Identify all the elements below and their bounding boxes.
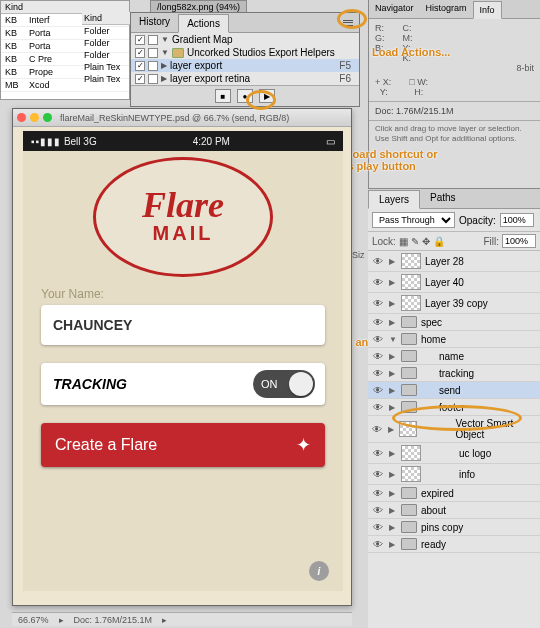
actions-panel: History Actions ✓▼Gradient Map✓▼Uncorked…: [130, 12, 360, 107]
visibility-icon[interactable]: 👁: [371, 317, 385, 328]
layer-row[interactable]: 👁▶send: [368, 382, 540, 399]
hint-text: Click and drag to move layer or selectio…: [369, 120, 540, 146]
action-item[interactable]: ✓▶layer export retinaF6: [131, 72, 359, 85]
dialog-icon[interactable]: [148, 35, 158, 45]
layer-thumb-icon: [401, 445, 421, 461]
layer-row[interactable]: 👁▶tracking: [368, 365, 540, 382]
folder-icon: [401, 367, 417, 379]
annotation-circle-layer: [392, 405, 522, 431]
name-field[interactable]: [41, 305, 325, 345]
stop-button[interactable]: ■: [215, 89, 231, 103]
folder-icon: [401, 333, 417, 345]
dialog-icon[interactable]: [148, 74, 158, 84]
folder-icon: [401, 504, 417, 516]
dialog-icon[interactable]: [148, 61, 158, 71]
your-name-label: Your Name:: [41, 287, 325, 301]
tracking-toggle[interactable]: ON: [253, 370, 315, 398]
visibility-icon[interactable]: 👁: [371, 505, 385, 516]
layer-row[interactable]: 👁▶about: [368, 502, 540, 519]
window-titlebar[interactable]: flareMail_ReSkinNEWTYPE.psd @ 66.7% (sen…: [13, 109, 351, 127]
lock-transparent-icon[interactable]: ▦: [399, 236, 408, 247]
annotation-load: Load Actions...: [372, 46, 450, 58]
layer-name: Layer 40: [425, 277, 464, 288]
app-logo: Flare MAIL: [93, 157, 273, 277]
layer-name: tracking: [421, 368, 474, 379]
minimize-icon[interactable]: [30, 113, 39, 122]
lock-pixels-icon[interactable]: ✎: [411, 236, 419, 247]
tab-layers[interactable]: Layers: [368, 190, 420, 209]
visibility-icon[interactable]: 👁: [371, 368, 385, 379]
info-button[interactable]: i: [309, 561, 329, 581]
annotation-circle-menu: [337, 9, 367, 29]
doc-status-bar: 66.67% ▸ Doc: 1.76M/215.1M ▸: [12, 612, 352, 626]
checkbox-icon[interactable]: ✓: [135, 61, 145, 71]
layer-thumb-icon: [401, 466, 421, 482]
visibility-icon[interactable]: 👁: [371, 448, 385, 459]
folder-icon: [401, 384, 417, 396]
layer-row[interactable]: 👁▶Layer 40: [368, 272, 540, 293]
layer-row[interactable]: 👁▼home: [368, 331, 540, 348]
zoom-icon[interactable]: [43, 113, 52, 122]
blend-mode-select[interactable]: Pass Through: [372, 212, 455, 228]
layer-name: home: [421, 334, 446, 345]
checkbox-icon[interactable]: ✓: [135, 74, 145, 84]
tab-navigator[interactable]: Navigator: [369, 0, 420, 18]
checkbox-icon[interactable]: ✓: [135, 48, 145, 58]
layer-row[interactable]: 👁▶expired: [368, 485, 540, 502]
visibility-icon[interactable]: 👁: [371, 424, 384, 435]
action-item[interactable]: ✓▼Uncorked Studios Export Helpers: [131, 46, 359, 59]
tracking-label: TRACKING: [53, 376, 127, 392]
visibility-icon[interactable]: 👁: [371, 402, 385, 413]
opacity-input[interactable]: [500, 213, 534, 227]
tab-history[interactable]: History: [131, 13, 178, 32]
visibility-icon[interactable]: 👁: [371, 522, 385, 533]
layer-row[interactable]: 👁▶Layer 28: [368, 251, 540, 272]
folder-icon: [401, 487, 417, 499]
lock-all-icon[interactable]: 🔒: [433, 236, 445, 247]
tab-actions[interactable]: Actions: [178, 14, 229, 33]
create-flare-button[interactable]: Create a Flare ✦: [41, 423, 325, 467]
layer-row[interactable]: 👁▶name: [368, 348, 540, 365]
lock-position-icon[interactable]: ✥: [422, 236, 430, 247]
layer-row[interactable]: 👁▶Layer 39 copy: [368, 293, 540, 314]
layer-row[interactable]: 👁▶ready: [368, 536, 540, 553]
close-icon[interactable]: [17, 113, 26, 122]
folder-icon: [401, 521, 417, 533]
tab-paths[interactable]: Paths: [420, 189, 466, 208]
tab-histogram[interactable]: Histogram: [420, 0, 473, 18]
layer-row[interactable]: 👁▶uc logo: [368, 443, 540, 464]
visibility-icon[interactable]: 👁: [371, 385, 385, 396]
layer-name: Layer 39 copy: [425, 298, 488, 309]
layer-row[interactable]: 👁▶info: [368, 464, 540, 485]
visibility-icon[interactable]: 👁: [371, 277, 385, 288]
folder-icon: [172, 48, 184, 58]
layer-name: uc logo: [425, 448, 491, 459]
layer-row[interactable]: 👁▶spec: [368, 314, 540, 331]
folder-icon: [401, 538, 417, 550]
zoom-readout[interactable]: 66.67%: [18, 615, 49, 625]
visibility-icon[interactable]: 👁: [371, 334, 385, 345]
fill-input[interactable]: [502, 234, 536, 248]
action-item[interactable]: ✓▼Gradient Map: [131, 33, 359, 46]
actions-footer: ■ ● ▶: [131, 85, 359, 106]
signal-icon: ▪▪▮▮▮: [31, 136, 61, 147]
document-window: flareMail_ReSkinNEWTYPE.psd @ 66.7% (sen…: [12, 108, 352, 606]
clock: 4:20 PM: [193, 136, 230, 147]
layer-name: info: [425, 469, 475, 480]
tab-info[interactable]: Info: [473, 1, 502, 19]
visibility-icon[interactable]: 👁: [371, 539, 385, 550]
visibility-icon[interactable]: 👁: [371, 351, 385, 362]
layer-row[interactable]: 👁▶pins copy: [368, 519, 540, 536]
visibility-icon[interactable]: 👁: [371, 256, 385, 267]
visibility-icon[interactable]: 👁: [371, 469, 385, 480]
folder-icon: [401, 316, 417, 328]
visibility-icon[interactable]: 👁: [371, 488, 385, 499]
checkbox-icon[interactable]: ✓: [135, 35, 145, 45]
dialog-icon[interactable]: [148, 48, 158, 58]
layer-name: send: [421, 385, 461, 396]
size-column-label: Siz: [352, 250, 365, 260]
action-item[interactable]: ✓▶layer exportF5: [131, 59, 359, 72]
ps-title-text: flareMail_ReSkinNEWTYPE.psd @ 66.7% (sen…: [60, 113, 289, 123]
layer-thumb-icon: [401, 253, 421, 269]
visibility-icon[interactable]: 👁: [371, 298, 385, 309]
